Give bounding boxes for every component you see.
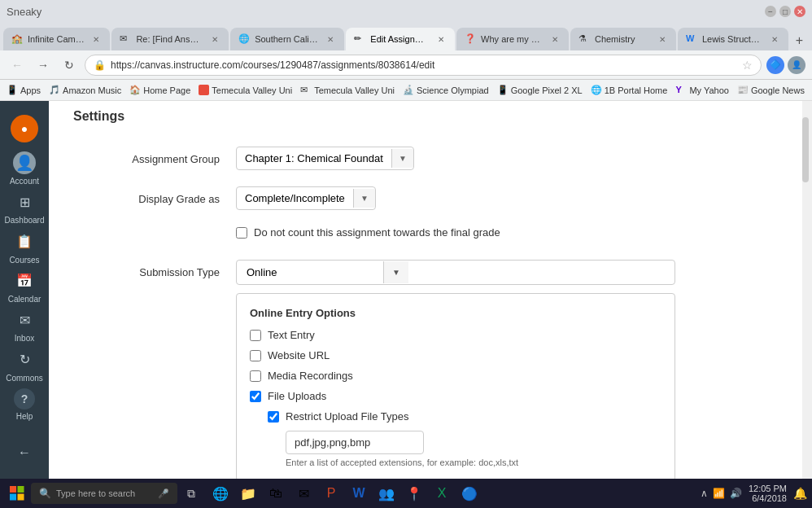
taskbar-mail-button[interactable]: ✉ — [291, 481, 316, 506]
sidebar-collapse-button[interactable]: ← — [0, 433, 49, 472]
website-url-checkbox[interactable] — [250, 350, 261, 361]
close-button[interactable]: ✕ — [794, 6, 805, 17]
tab-why-submissions[interactable]: ❓ Why are my subr ✕ — [456, 28, 569, 50]
taskbar-mic-icon: 🎤 — [158, 488, 169, 499]
taskbar-time-display[interactable]: 12:05 PM 6/4/2018 — [749, 484, 787, 503]
media-recordings-option: Media Recordings — [250, 370, 661, 382]
tab-close-2[interactable]: ✕ — [209, 33, 220, 45]
tab-chemistry[interactable]: ⚗ Chemistry ✕ — [570, 28, 676, 50]
display-grade-select-wrap[interactable]: Complete/Incomplete ▼ — [236, 186, 376, 210]
task-view-button[interactable]: ⧉ — [179, 481, 203, 506]
tab-close-1[interactable]: ✕ — [90, 33, 102, 45]
taskbar-edge-button[interactable]: 🌐 — [208, 481, 233, 506]
tab-icon-3: 🌐 — [238, 33, 250, 45]
tab-close-3[interactable]: ✕ — [325, 33, 336, 45]
reload-button[interactable]: ↻ — [59, 55, 80, 76]
bookmark-amazon-music[interactable]: 🎵 Amazon Music — [49, 85, 121, 96]
tab-icon-5: ❓ — [465, 33, 476, 45]
file-types-input[interactable] — [286, 431, 424, 454]
submission-type-control: Online ▼ Online Entry Options Text Entry — [236, 260, 675, 479]
tab-title-4: Edit Assignment — [370, 34, 430, 44]
tab-bar: 🏫 Infinite Campus ✕ ✉ Re: [Find Answers … — [0, 23, 812, 50]
display-grade-select[interactable]: Complete/Incomplete — [237, 187, 353, 209]
explorer-icon: 📁 — [240, 486, 256, 501]
taskbar-maps-button[interactable]: 📍 — [402, 481, 426, 506]
bookmark-ib-portal[interactable]: 🌐 1B Portal Home — [591, 85, 668, 96]
apps-icon: 📱 — [7, 85, 18, 96]
submission-type-select[interactable]: Online — [237, 261, 383, 284]
file-uploads-checkbox[interactable] — [250, 391, 261, 402]
svg-rect-1 — [18, 486, 24, 493]
tray-network-icon[interactable]: 📶 — [713, 488, 725, 499]
bookmark-home-page[interactable]: 🏠 Home Page — [129, 85, 190, 96]
sidebar-calendar-label: Calendar — [8, 295, 41, 304]
tray-notification-icon[interactable]: 🔔 — [793, 487, 807, 500]
extensions-button[interactable]: 🔷 — [766, 56, 784, 74]
bookmark-google-pixel[interactable]: 📱 Google Pixel 2 XL — [497, 85, 583, 96]
tray-volume-icon[interactable]: 🔊 — [730, 488, 742, 499]
sidebar-item-account[interactable]: 👤 Account — [0, 148, 49, 187]
taskbar-teams-button[interactable]: 👥 — [374, 481, 399, 506]
tab-icon-1: 🏫 — [11, 33, 23, 45]
tab-find-answers[interactable]: ✉ Re: [Find Answers ✕ — [111, 28, 229, 50]
no-count-checkbox[interactable] — [236, 227, 247, 239]
tab-edit-assignment[interactable]: ✏ Edit Assignment ✕ — [346, 28, 455, 50]
content-inner: Settings Assignment Group Chapter 1: Che… — [49, 101, 700, 479]
taskbar-sheets-button[interactable]: X — [430, 481, 454, 506]
sidebar-item-dashboard[interactable]: ⊞ Dashboard — [0, 188, 49, 227]
scrollbar[interactable] — [802, 101, 812, 479]
temecula-1-icon — [199, 85, 209, 95]
taskbar-search[interactable]: 🔍 Type here to search 🎤 — [31, 483, 177, 504]
bookmark-apps[interactable]: 📱 Apps — [7, 85, 41, 96]
bookmark-google-news[interactable]: 📰 Google News — [737, 85, 805, 96]
bookmark-my-yahoo[interactable]: Y My Yahoo — [675, 85, 729, 96]
start-button[interactable] — [5, 481, 29, 506]
tab-close-4[interactable]: ✕ — [435, 33, 447, 45]
tray-up-icon[interactable]: ∧ — [701, 488, 708, 499]
tab-lewis-structures[interactable]: W Lewis Structures ✕ — [678, 28, 788, 50]
no-count-checkbox-label: Do not count this assignment towards the… — [254, 226, 500, 239]
minimize-button[interactable]: − — [765, 6, 776, 17]
back-button[interactable]: ← — [7, 55, 28, 76]
restrict-file-types-checkbox[interactable] — [268, 411, 279, 423]
sidebar-logo[interactable]: ● — [0, 109, 49, 148]
canvas-logo-icon: ● — [21, 122, 28, 135]
new-tab-button[interactable]: + — [790, 31, 809, 50]
taskbar-word-button[interactable]: W — [347, 481, 371, 506]
bookmark-temecula-2[interactable]: ✉ Temecula Valley Uni — [300, 85, 395, 96]
forward-button[interactable]: → — [33, 55, 54, 76]
taskbar-store-button[interactable]: 🛍 — [264, 481, 288, 506]
assignment-group-select-wrap[interactable]: Chapter 1: Chemical Foundat ▼ — [236, 147, 414, 170]
tab-close-5[interactable]: ✕ — [549, 33, 561, 45]
temecula-2-icon: ✉ — [300, 85, 312, 96]
calendar-icon: 📅 — [16, 273, 33, 288]
sidebar-item-courses[interactable]: 📋 Courses — [0, 227, 49, 266]
submission-type-select-wrap[interactable]: Online ▼ — [236, 260, 675, 285]
bookmark-science-olympiad[interactable]: 🔬 Science Olympiad — [403, 85, 489, 96]
sidebar-item-inbox[interactable]: ✉ Inbox — [0, 306, 49, 345]
windows-taskbar: 🔍 Type here to search 🎤 ⧉ 🌐 📁 🛍 ✉ P — [0, 479, 812, 508]
tab-close-6[interactable]: ✕ — [657, 33, 668, 45]
sidebar-item-calendar[interactable]: 📅 Calendar — [0, 267, 49, 306]
media-recordings-checkbox[interactable] — [250, 370, 261, 382]
my-yahoo-icon: Y — [675, 85, 687, 96]
bookmark-star-icon[interactable]: ☆ — [742, 59, 753, 72]
inbox-icon: ✉ — [20, 313, 30, 328]
sidebar-item-commons[interactable]: ↻ Commons — [0, 346, 49, 385]
taskbar-chrome-button[interactable]: 🔵 — [457, 481, 482, 506]
profile-button[interactable]: 👤 — [788, 56, 805, 74]
science-olympiad-icon: 🔬 — [403, 85, 414, 96]
assignment-group-control: Chapter 1: Chemical Foundat ▼ — [236, 147, 675, 170]
address-bar-input[interactable]: 🔒 https://canvas.instructure.com/courses… — [85, 55, 762, 76]
tab-close-7[interactable]: ✕ — [769, 33, 780, 45]
text-entry-checkbox[interactable] — [250, 330, 261, 341]
scrollbar-thumb[interactable] — [802, 117, 809, 182]
sidebar-item-help[interactable]: ? Help — [0, 385, 49, 424]
tab-southern-calif[interactable]: 🌐 Southern Californ ✕ — [230, 28, 344, 50]
bookmark-temecula-1[interactable]: Temecula Valley Uni — [199, 85, 292, 95]
tab-infinite-campus[interactable]: 🏫 Infinite Campus ✕ — [3, 28, 110, 50]
maximize-button[interactable]: □ — [779, 6, 791, 17]
taskbar-explorer-button[interactable]: 📁 — [236, 481, 260, 506]
taskbar-powerpoint-button[interactable]: P — [319, 481, 343, 506]
assignment-group-select[interactable]: Chapter 1: Chemical Foundat — [237, 147, 391, 169]
